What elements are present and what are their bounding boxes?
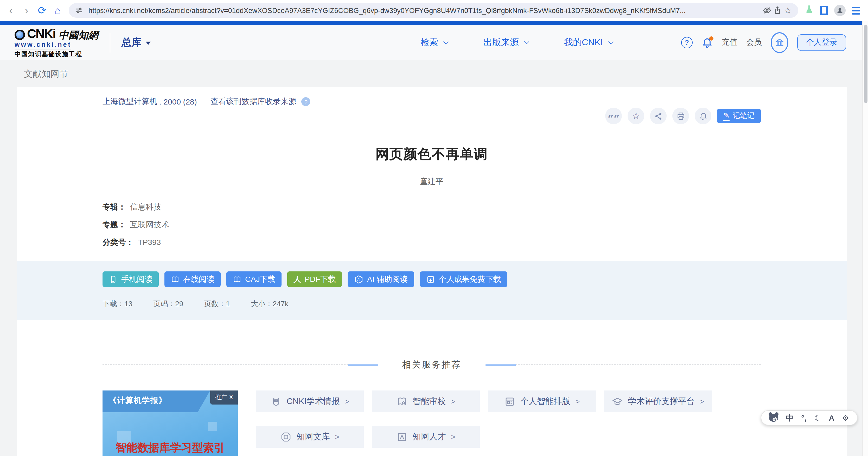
bell-icon [699,111,708,120]
blue-extension-icon[interactable] [820,6,828,15]
cnki-logo[interactable]: CNKi 中國知網 www.cnki.net 中国知识基础设施工程 [14,28,98,58]
button-label: 在线阅读 [183,274,214,284]
chevron-down-icon [524,39,529,44]
printer-icon [677,111,685,120]
service-academic-evaluation[interactable]: 学术评价支撑平台 > [604,390,712,412]
notification-bell-icon[interactable] [702,36,713,48]
bookmark-star-icon[interactable]: ☆ [783,5,793,15]
related-services: 《计算机学报》 推广 X 智能数据库学习型索引 研究综述 CNKI学术情报 > [102,390,761,456]
browser-home-icon[interactable]: ⌂ [50,4,66,17]
meta-value: TP393 [138,238,161,248]
stat-page-count: 页数：1 [204,299,230,309]
nav-my-cnki[interactable]: 我的CNKI [564,36,612,48]
share-icon [654,111,663,120]
personal-login-button[interactable]: 个人登录 [797,34,846,51]
favorite-button[interactable]: ☆ [628,108,645,124]
meta-value: 互联网技术 [130,220,169,230]
cnki-globe-icon [14,30,25,40]
mobile-read-button[interactable]: 手机阅读 [102,271,159,287]
journal-name[interactable]: 上海微型计算机 [102,97,157,106]
article-title: 网页颜色不再单调 [102,145,761,163]
nav-publications[interactable]: 出版来源 [484,36,528,48]
browser-back-icon[interactable]: ‹ [3,4,19,17]
ai-assist-read-button[interactable]: AI AI 辅助阅读 [348,271,414,287]
cnki-slogan-text: 中国知识基础设施工程 [14,51,98,58]
article-tools-row: ““ ☆ [102,108,761,124]
password-eye-off-icon[interactable] [762,5,772,15]
arrow-right-icon: > [335,433,339,441]
settings-gear-icon[interactable]: ⚙ [842,414,849,422]
share-page-icon[interactable] [772,5,783,15]
service-smart-proofread[interactable]: 智能审校 > [372,390,480,412]
service-cnki-talent[interactable]: 知网人才 > [372,426,480,448]
alert-button[interactable] [695,108,712,124]
phone-icon [109,275,118,284]
article-author[interactable]: 童建平 [102,177,761,187]
baidu-bear-icon[interactable]: du [769,414,778,422]
pdf-download-button[interactable]: 人 PDF下载 [287,271,342,287]
address-bar[interactable]: https://kns.cnki.net/kcms2/article/abstr… [69,3,798,18]
dashed-line [102,364,348,365]
meta-label: 专辑： [102,202,126,212]
service-smart-typesetting[interactable]: 个人智能排版 > [488,390,596,412]
print-button[interactable] [673,108,689,124]
institution-icon[interactable] [771,32,788,53]
help-badge-icon[interactable]: ? [302,97,310,106]
promo-journal-name: 《计算机学报》 [109,396,167,405]
cnki-brand-chinese: 中國知網 [59,30,98,40]
browser-toolbar: ‹ › ⟳ ⌂ https://kns.cnki.net/kcms2/artic… [0,0,868,21]
help-icon[interactable]: ? [681,37,693,48]
share-button[interactable] [650,108,667,124]
personal-free-download-button[interactable]: 个人成果免费下载 [420,271,507,287]
blue-line-segment [348,364,378,365]
take-notes-button[interactable]: ✎ 记笔记 [717,109,761,123]
online-read-button[interactable]: 在线阅读 [164,271,221,287]
db-source-link[interactable]: 查看该刊数据库收录来源 [211,97,297,106]
scrollbar-thumb[interactable] [864,25,867,103]
page-body: 文献知网节 上海微型计算机 . 2000 (28) 查看该刊数据库收录来源 ? … [0,60,868,456]
ai-hexagon-icon: AI [354,274,364,284]
url-text[interactable]: https://kns.cnki.net/kcms2/article/abstr… [89,6,762,14]
browser-forward-icon[interactable]: › [19,4,34,17]
service-cnki-academic-intel[interactable]: CNKI学术情报 > [256,390,364,412]
meta-row-topic: 专题： 互联网技术 [102,220,761,230]
article-stats: 下载：13 页码：29 页数：1 大小：247k [102,299,761,309]
service-cnki-wenku[interactable]: 知网文库 > [256,426,364,448]
caj-download-button[interactable]: CAJ下载 [226,271,282,287]
cnki-brand-text: CNKi [27,28,55,40]
button-label: CAJ下载 [245,274,276,284]
scrollbar-track[interactable] [862,21,868,456]
seal-icon [280,431,291,442]
portal-switcher[interactable]: 总库 [122,36,151,49]
pencil-icon: ✎ [723,111,730,121]
flask-extension-icon[interactable] [805,5,814,16]
screen: ‹ › ⟳ ⌂ https://kns.cnki.net/kcms2/artic… [0,0,868,456]
translate-icon[interactable]: 中 [786,414,794,422]
recharge-link[interactable]: 充值 [722,37,737,47]
member-link[interactable]: 会员 [746,37,762,47]
blue-line-segment [485,364,516,365]
promo-close-badge[interactable]: 推广 X [210,390,238,404]
caret-down-icon [146,41,151,44]
meta-row-classification: 分类号： TP393 [102,238,761,248]
browser-profile-avatar[interactable] [834,5,846,16]
book-check-icon [397,396,407,407]
talent-logo-icon [397,431,407,442]
dark-mode-moon-icon[interactable]: ☾ [814,414,821,422]
font-reader-icon[interactable]: A [829,414,834,422]
site-top-accent-bar [0,21,868,25]
site-info-icon[interactable] [74,5,84,15]
promo-headline: 智能数据库学习型索引 [102,441,238,455]
meta-label: 专题： [102,220,126,230]
cite-button[interactable]: ““ [606,108,622,124]
punctuation-icon[interactable]: °, [801,414,806,422]
service-grid: CNKI学术情报 > 智能审校 > [256,390,712,448]
browser-menu-icon[interactable] [852,6,860,14]
nav-search[interactable]: 检索 [421,36,447,48]
chevron-down-icon [443,39,448,44]
browser-refresh-icon[interactable]: ⟳ [34,4,50,17]
meta-label: 分类号： [102,238,134,248]
cnki-domain-text: www.cnki.net [14,42,71,50]
promo-banner[interactable]: 《计算机学报》 推广 X 智能数据库学习型索引 研究综述 [102,390,238,456]
stat-file-size: 大小：247k [251,299,288,309]
